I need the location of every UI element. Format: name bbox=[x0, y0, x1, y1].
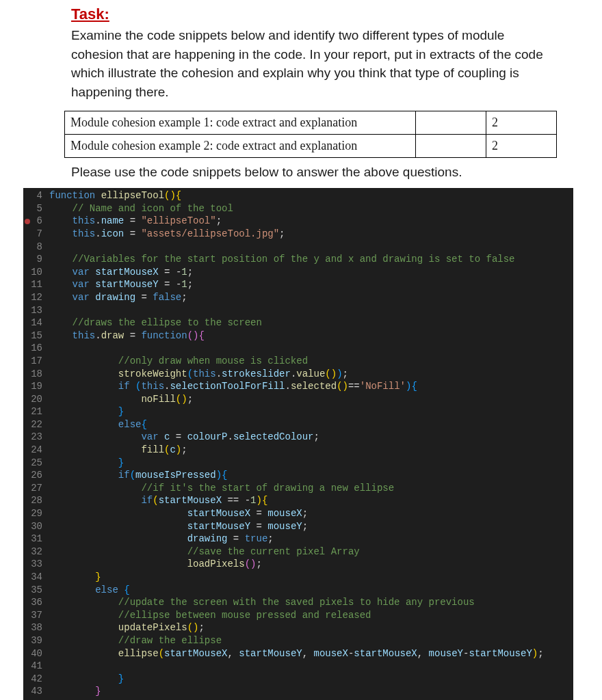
line-number: 27 bbox=[23, 482, 42, 495]
code-editor: 4567891011121314151617181920212223242526… bbox=[23, 188, 573, 700]
code-line: } bbox=[49, 571, 544, 584]
code-content: function ellipseTool(){ // Name and icon… bbox=[49, 188, 544, 700]
line-number: 43 bbox=[23, 685, 42, 698]
line-number: 34 bbox=[23, 571, 42, 584]
code-line bbox=[49, 342, 544, 355]
line-number: 29 bbox=[23, 507, 42, 520]
line-number: 22 bbox=[23, 418, 42, 431]
code-line: loadPixels(); bbox=[49, 558, 544, 571]
line-number: 14 bbox=[23, 317, 42, 329]
line-number: 28 bbox=[23, 494, 42, 507]
code-line bbox=[49, 660, 544, 673]
code-line: //update the screen with the saved pixel… bbox=[49, 596, 544, 609]
code-line: function ellipseTool(){ bbox=[49, 189, 544, 202]
rubric-table: Module cohesion example 1: code extract … bbox=[64, 111, 557, 158]
line-number: 8 bbox=[23, 241, 42, 254]
document-page: Task: Examine the code snippets below an… bbox=[0, 0, 602, 700]
code-line: //ellipse between mouse pressed and rele… bbox=[49, 609, 544, 622]
line-number: 21 bbox=[23, 405, 42, 418]
line-number: 15 bbox=[23, 329, 42, 342]
line-number: 12 bbox=[23, 291, 42, 304]
task-body: Examine the code snippets below and iden… bbox=[71, 26, 547, 101]
code-line: //draw the ellipse bbox=[49, 634, 544, 647]
code-line: //only draw when mouse is clicked bbox=[49, 355, 544, 368]
line-number: 37 bbox=[23, 609, 42, 622]
code-line: if (this.selectionToolForFill.selected()… bbox=[49, 380, 544, 393]
code-line: strokeWeight(this.strokeslider.value()); bbox=[49, 368, 544, 381]
line-number: 18 bbox=[23, 368, 42, 381]
code-line: this.draw = function(){ bbox=[49, 329, 544, 342]
code-line: // Name and icon of the tool bbox=[49, 202, 544, 215]
line-number: 7 bbox=[23, 228, 42, 241]
line-number: 33 bbox=[23, 558, 42, 571]
line-number: 19 bbox=[23, 380, 42, 393]
code-line: var drawing = false; bbox=[49, 291, 544, 304]
rubric-label: Module cohesion example 2: code extract … bbox=[65, 135, 416, 158]
code-line bbox=[49, 304, 544, 317]
code-line: else{ bbox=[49, 418, 544, 431]
line-number: 24 bbox=[23, 444, 42, 457]
line-number: 40 bbox=[23, 647, 42, 660]
code-line: var c = colourP.selectedColour; bbox=[49, 431, 544, 444]
line-number: 4 bbox=[23, 189, 42, 202]
code-line: } bbox=[49, 457, 544, 470]
line-number: 10 bbox=[23, 266, 42, 279]
code-line: this.icon = "assets/ellipseTool.jpg"; bbox=[49, 228, 544, 241]
line-number: 38 bbox=[23, 621, 42, 634]
code-line: startMouseX = mouseX; bbox=[49, 507, 544, 520]
code-line: } bbox=[49, 405, 544, 418]
code-line: } bbox=[49, 685, 544, 698]
code-line: //if it's the start of drawing a new ell… bbox=[49, 482, 544, 495]
line-number: 42 bbox=[23, 673, 42, 686]
code-line: } bbox=[49, 673, 544, 686]
line-number: 39 bbox=[23, 634, 42, 647]
line-number: 13 bbox=[23, 304, 42, 317]
rubric-points: 2 bbox=[486, 135, 557, 158]
line-number: 16 bbox=[23, 342, 42, 355]
line-number: 17 bbox=[23, 355, 42, 368]
code-line: var startMouseX = -1; bbox=[49, 266, 544, 279]
rubric-points: 2 bbox=[486, 111, 557, 135]
rubric-mid bbox=[416, 111, 486, 135]
code-line: drawing = true; bbox=[49, 533, 544, 546]
code-line: if(mouseIsPressed){ bbox=[49, 469, 544, 482]
code-line: //draws the ellipse to the screen bbox=[49, 317, 544, 329]
line-number: 26 bbox=[23, 469, 42, 482]
line-number: 32 bbox=[23, 546, 42, 558]
code-line: startMouseY = mouseY; bbox=[49, 520, 544, 533]
code-line: this.name = "ellipseTool"; bbox=[49, 215, 544, 228]
rubric-label: Module cohesion example 1: code extract … bbox=[65, 111, 416, 135]
code-line: //save the current pixel Array bbox=[49, 546, 544, 558]
line-number-gutter: 4567891011121314151617181920212223242526… bbox=[23, 188, 49, 700]
line-number: 25 bbox=[23, 457, 42, 470]
code-line: if(startMouseX == -1){ bbox=[49, 494, 544, 507]
line-number: 31 bbox=[23, 533, 42, 546]
line-number: 11 bbox=[23, 278, 42, 291]
task-heading: Task: bbox=[71, 5, 602, 23]
line-number: 30 bbox=[23, 520, 42, 533]
code-line bbox=[49, 241, 544, 254]
line-number: 35 bbox=[23, 584, 42, 597]
rubric-mid bbox=[416, 135, 486, 158]
code-line: var startMouseY = -1; bbox=[49, 278, 544, 291]
instruction-text: Please use the code snippets below to an… bbox=[71, 165, 547, 180]
table-row: Module cohesion example 2: code extract … bbox=[65, 135, 557, 158]
code-line: ellipse(startMouseX, startMouseY, mouseX… bbox=[49, 647, 544, 660]
line-number: 9 bbox=[23, 253, 42, 266]
line-number: 20 bbox=[23, 393, 42, 406]
table-row: Module cohesion example 1: code extract … bbox=[65, 111, 557, 135]
line-number: 36 bbox=[23, 596, 42, 609]
code-line: else { bbox=[49, 584, 544, 597]
code-line: //Variables for the start position of th… bbox=[49, 253, 544, 266]
code-line: updatePixels(); bbox=[49, 621, 544, 634]
line-number: 5 bbox=[23, 202, 42, 215]
line-number: 23 bbox=[23, 431, 42, 444]
code-line: noFill(); bbox=[49, 393, 544, 406]
line-number: 41 bbox=[23, 660, 42, 673]
code-line: fill(c); bbox=[49, 444, 544, 457]
